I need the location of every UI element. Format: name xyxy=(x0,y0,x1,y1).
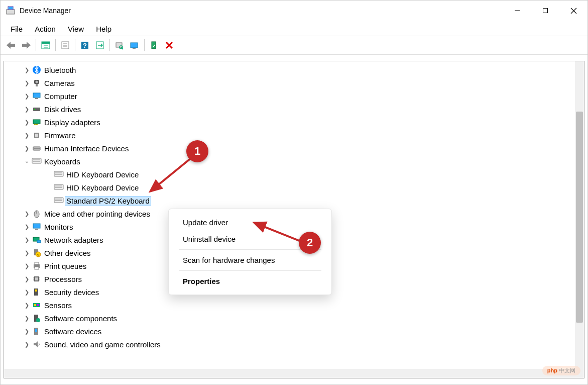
back-button[interactable] xyxy=(4,38,18,52)
callout-badge-1: 1 xyxy=(186,140,208,162)
tree-label: Human Interface Devices xyxy=(44,144,129,153)
tree-item-display-adapters[interactable]: ❯ Display adapters xyxy=(4,116,584,129)
watermark-brand: php xyxy=(547,367,557,373)
callout-number: 2 xyxy=(307,236,313,249)
tree-item-keyboards[interactable]: ⌄ Keyboards xyxy=(4,155,584,168)
tree-item-bluetooth[interactable]: ❯ Bluetooth xyxy=(4,63,584,76)
svg-rect-40 xyxy=(32,158,41,163)
expand-icon[interactable]: ❯ xyxy=(22,80,31,86)
tree-label: Standard PS/2 Keyboard xyxy=(65,196,151,206)
expand-icon[interactable]: ❯ xyxy=(22,237,31,243)
expand-icon[interactable]: ❯ xyxy=(22,145,31,152)
tree-item-hid-keyboard-2[interactable]: HID Keyboard Device xyxy=(4,181,584,194)
device-manager-icon xyxy=(6,6,16,16)
context-separator xyxy=(179,249,321,250)
disk-icon xyxy=(31,105,42,114)
svg-rect-28 xyxy=(36,84,38,86)
tree-item-hid[interactable]: ❯ Human Interface Devices xyxy=(4,142,584,155)
expand-icon[interactable]: ❯ xyxy=(22,276,31,282)
expand-icon[interactable]: ❯ xyxy=(22,224,31,230)
help-button[interactable]: ? xyxy=(78,38,92,52)
tree-label: Software components xyxy=(44,314,117,323)
svg-rect-78 xyxy=(35,329,37,332)
tree-item-firmware[interactable]: ❯ Firmware xyxy=(4,129,584,142)
svg-rect-8 xyxy=(22,44,27,47)
bluetooth-icon xyxy=(31,65,42,74)
context-update-driver[interactable]: Update driver xyxy=(169,214,331,231)
vertical-scrollbar[interactable] xyxy=(575,61,584,378)
tree-label: Print queues xyxy=(44,262,86,270)
tree-label: Network adapters xyxy=(44,236,103,244)
expand-icon[interactable]: ❯ xyxy=(22,250,31,256)
action-button[interactable] xyxy=(93,38,107,52)
keyboard-icon xyxy=(53,171,64,178)
enable-device-button[interactable] xyxy=(147,38,161,52)
expand-icon[interactable]: ❯ xyxy=(22,302,31,309)
tree-item-disk-drives[interactable]: ❯ Disk drives xyxy=(4,103,584,116)
tree-item-software-components[interactable]: ❯ Software components xyxy=(4,312,584,325)
svg-rect-29 xyxy=(33,93,40,98)
svg-rect-37 xyxy=(35,134,38,137)
expand-icon[interactable]: ❯ xyxy=(22,328,31,335)
menu-file[interactable]: File xyxy=(5,24,29,34)
tree-item-standard-ps2-keyboard[interactable]: Standard PS/2 Keyboard xyxy=(4,194,584,207)
other-devices-icon: ? xyxy=(31,248,42,257)
expand-icon[interactable]: ❯ xyxy=(22,132,31,139)
menu-help[interactable]: Help xyxy=(90,24,117,34)
software-components-icon xyxy=(31,314,42,323)
scrollbar-thumb[interactable] xyxy=(576,112,583,323)
maximize-button[interactable] xyxy=(531,1,559,21)
expand-icon[interactable]: ❯ xyxy=(22,315,31,322)
svg-rect-10 xyxy=(42,42,50,44)
tree-item-sensors[interactable]: ❯ Sensors xyxy=(4,299,584,312)
expand-icon[interactable]: ❯ xyxy=(22,67,31,73)
keyboard-icon xyxy=(31,158,42,165)
show-hide-tree-button[interactable] xyxy=(39,38,53,52)
tree-item-computer[interactable]: ❯ Computer xyxy=(4,89,584,103)
tree-label: Display adapters xyxy=(44,118,100,127)
svg-rect-23 xyxy=(133,48,136,49)
tree-item-cameras[interactable]: ❯ Cameras xyxy=(4,76,584,89)
uninstall-device-toolbar-button[interactable] xyxy=(162,38,176,52)
tree-item-software-devices[interactable]: ❯ Software devices xyxy=(4,325,584,338)
scan-hardware-button[interactable] xyxy=(112,38,127,52)
collapse-icon[interactable]: ⌄ xyxy=(22,158,31,164)
expand-icon[interactable]: ❯ xyxy=(22,211,31,217)
menu-view[interactable]: View xyxy=(62,24,90,34)
svg-rect-65 xyxy=(35,277,38,280)
expand-icon[interactable]: ❯ xyxy=(22,93,31,100)
update-driver-toolbar-button[interactable] xyxy=(128,38,142,52)
svg-point-27 xyxy=(36,81,38,83)
close-button[interactable] xyxy=(559,1,587,21)
security-icon xyxy=(31,287,42,297)
hid-icon xyxy=(31,144,42,153)
firmware-icon xyxy=(31,131,42,140)
tree-item-hid-keyboard-1[interactable]: HID Keyboard Device xyxy=(4,168,584,181)
expand-icon[interactable]: ❯ xyxy=(22,263,31,269)
menubar: File Action View Help xyxy=(1,21,587,36)
tree-label: Disk drives xyxy=(44,105,81,114)
tree-label: Cameras xyxy=(44,79,75,87)
tree-label: Security devices xyxy=(44,288,99,297)
tree-item-sound[interactable]: ❯ Sound, video and game controllers xyxy=(4,338,584,351)
horizontal-scrollbar[interactable] xyxy=(4,369,575,378)
forward-button[interactable] xyxy=(19,38,33,52)
svg-rect-34 xyxy=(34,124,36,125)
properties-button[interactable] xyxy=(58,38,72,52)
expand-icon[interactable]: ❯ xyxy=(22,119,31,126)
svg-rect-62 xyxy=(35,262,39,264)
expand-icon[interactable]: ❯ xyxy=(22,106,31,113)
svg-rect-30 xyxy=(35,98,38,99)
expand-icon[interactable]: ❯ xyxy=(22,289,31,296)
minimize-button[interactable] xyxy=(503,1,531,21)
context-properties[interactable]: Properties xyxy=(169,273,331,290)
tree-label: HID Keyboard Device xyxy=(66,183,139,192)
svg-point-32 xyxy=(34,109,35,110)
network-icon xyxy=(31,235,42,244)
expand-icon[interactable]: ❯ xyxy=(22,341,31,348)
svg-rect-7 xyxy=(10,44,15,47)
menu-action[interactable]: Action xyxy=(29,24,62,34)
tree-label: HID Keyboard Device xyxy=(66,170,139,179)
svg-rect-35 xyxy=(36,124,38,125)
context-scan-hardware[interactable]: Scan for hardware changes xyxy=(169,252,331,268)
